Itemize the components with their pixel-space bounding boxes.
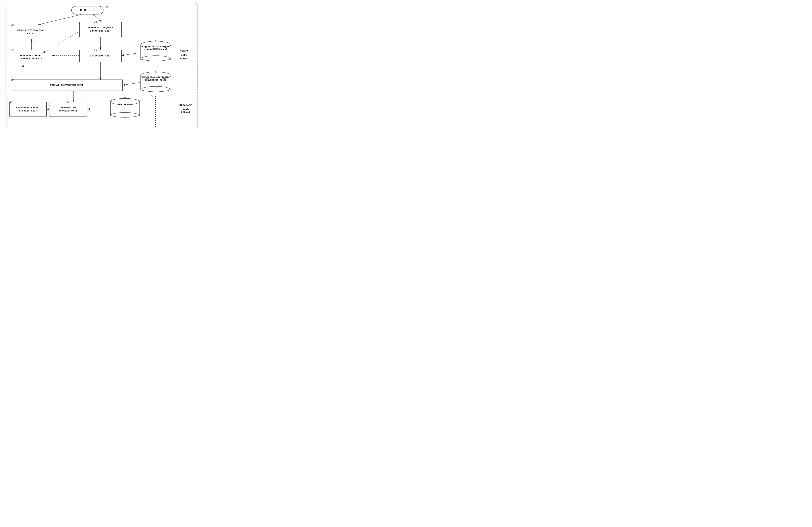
retrieved-result-arranging-label: RETRIEVED RESULTARRANGING UNIT [20, 54, 44, 60]
expansion-unit-box: EXPANSION UNIT [79, 50, 121, 62]
ref-31: 31 [66, 101, 69, 104]
user-node: U S E R [71, 6, 103, 14]
expansion-unit-label: EXPANSION UNIT [90, 54, 111, 57]
retrieved-result-arranging-box: RETRIEVED RESULTARRANGING UNIT [11, 50, 52, 64]
ref-23: ~23 [104, 5, 108, 9]
ref-24: 24 [94, 20, 97, 24]
format-conversion-box: FORMAT CONVERSION UNIT [11, 79, 122, 91]
user-label: U S E R [80, 9, 95, 12]
ref-32: 32 [124, 97, 126, 100]
retrieval-request-label: RETRIEVAL REQUESTINPUTTING UNIT [88, 26, 113, 32]
diagram-container: 21 22 U S E R ~23 RESULT DISPLAYINGUNIT … [3, 2, 200, 130]
ref-29: 29 [11, 78, 14, 81]
input-side-label: INPUTSIDEFORMAT [179, 50, 189, 61]
expansion-dictionary-label: EXPANSION DICTIONARY(EXPANSION RULES) [142, 45, 169, 50]
database-side-label: DATABASESIDEFORMAT [179, 104, 192, 115]
ref-28: 28 [11, 23, 14, 27]
result-displaying-box: RESULT DISPLAYINGUNIT [11, 25, 49, 39]
retrieving-process-label: RETRIEVINGPROCESS UNIT [59, 106, 77, 113]
ref-21: 21 [195, 2, 198, 5]
retrieved-result-storing-label: RETRIEVED RESULTSTORING UNIT [16, 106, 40, 113]
conversion-dictionary-label: CONVERSION DICTIONARY(CONVERSION RULES) [142, 76, 170, 81]
database-cylinder: DATABASE [110, 98, 141, 119]
ref-26: 26 [155, 39, 157, 43]
retrieval-request-box: RETRIEVAL REQUESTINPUTTING UNIT [79, 22, 121, 37]
ref-25: 25 [94, 48, 97, 52]
ref-33: 33 [10, 101, 12, 104]
ref-27: 27 [11, 48, 14, 52]
ref-22: 22 [151, 94, 153, 98]
conversion-dictionary-cylinder: CONVERSION DICTIONARY(CONVERSION RULES) [140, 72, 172, 93]
format-conversion-label: FORMAT CONVERSION UNIT [50, 84, 83, 87]
ref-30: 30 [155, 70, 157, 73]
expansion-dictionary-cylinder: EXPANSION DICTIONARY(EXPANSION RULES) [140, 41, 172, 63]
retrieving-process-box: RETRIEVINGPROCESS UNIT [49, 102, 87, 117]
retrieved-result-storing-box: RETRIEVED RESULTSTORING UNIT [10, 102, 47, 117]
result-displaying-label: RESULT DISPLAYINGUNIT [17, 29, 43, 35]
database-label: DATABASE [119, 103, 131, 106]
